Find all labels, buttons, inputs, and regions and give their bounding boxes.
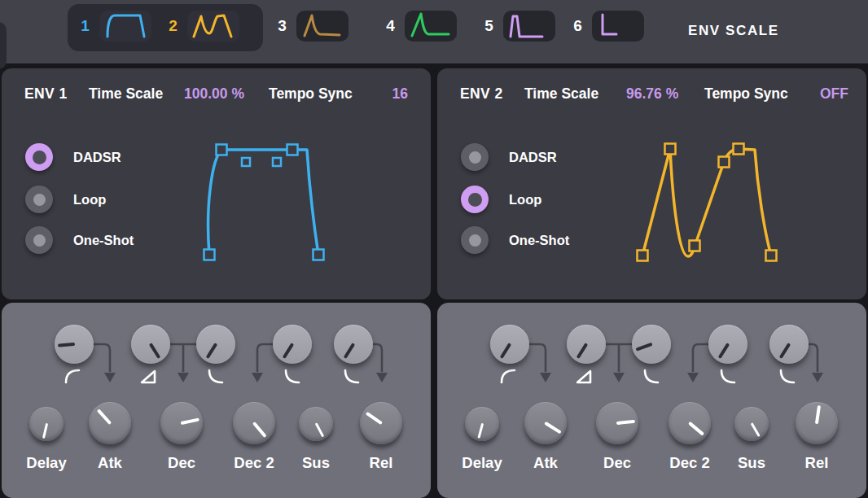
release-knob[interactable] bbox=[796, 402, 838, 444]
decay2-knob[interactable] bbox=[233, 402, 275, 444]
knob-indicator bbox=[252, 422, 267, 438]
down-arrow-icon bbox=[376, 373, 388, 382]
decay-curve-knob[interactable] bbox=[196, 325, 235, 364]
envelope-shape-6-icon bbox=[594, 10, 642, 42]
envelope-handle[interactable] bbox=[734, 144, 744, 155]
envelope-handle[interactable] bbox=[217, 145, 227, 155]
attack-knob-label: Atk bbox=[533, 454, 558, 472]
tab-number: 1 bbox=[79, 17, 91, 35]
envelope-shape-5-icon bbox=[505, 10, 554, 42]
decay2-knob[interactable] bbox=[669, 402, 711, 444]
down-arrow-icon bbox=[613, 373, 625, 382]
knob-indicator bbox=[779, 343, 791, 359]
sustain-knob-label: Sus bbox=[302, 454, 330, 472]
attack-curve-knob[interactable] bbox=[567, 325, 606, 364]
env2-knob-panel: Delay Atk Dec Dec 2 Sus Rel bbox=[437, 303, 866, 498]
knob-indicator bbox=[42, 423, 49, 439]
envelope-shape-1-icon bbox=[101, 10, 150, 42]
knob-indicator bbox=[616, 420, 635, 425]
tab-number: 2 bbox=[167, 17, 179, 35]
tab-env-4[interactable]: 4 bbox=[384, 11, 457, 42]
attack-knob[interactable] bbox=[89, 402, 131, 444]
triangle-curve-icon bbox=[142, 371, 155, 382]
decay2-curve-knob[interactable] bbox=[273, 325, 312, 364]
knob-indicator bbox=[477, 423, 484, 439]
tab-number: 6 bbox=[572, 17, 584, 35]
tab-env-2[interactable]: 2 bbox=[167, 11, 239, 42]
tab-env-5[interactable]: 5 bbox=[483, 11, 555, 42]
delay-knob-label: Delay bbox=[26, 454, 66, 472]
env2-panel: ENV 2 Time Scale 96.76 % Tempo Sync OFF … bbox=[437, 68, 866, 299]
envelope-handle[interactable] bbox=[204, 250, 215, 260]
tab-icon-box bbox=[187, 11, 239, 42]
tab-env-6[interactable]: 6 bbox=[572, 11, 644, 42]
delay-knob[interactable] bbox=[29, 407, 64, 441]
sustain-knob-label: Sus bbox=[738, 454, 765, 472]
attack-curve-knob[interactable] bbox=[131, 325, 170, 364]
knob-indicator bbox=[576, 343, 589, 359]
rise-curve-icon bbox=[66, 370, 79, 382]
decay2-knob-label: Dec 2 bbox=[234, 454, 274, 472]
envelope-curve bbox=[642, 149, 771, 256]
tab-env-3[interactable]: 3 bbox=[276, 11, 349, 42]
decay2-curve-knob[interactable] bbox=[708, 325, 747, 364]
envelope-handle[interactable] bbox=[766, 251, 777, 261]
sustain-knob[interactable] bbox=[734, 407, 769, 441]
down-arrow-icon bbox=[252, 373, 263, 382]
envelope-handle[interactable] bbox=[242, 158, 250, 166]
envelope-handle[interactable] bbox=[719, 157, 730, 168]
tab-icon-box bbox=[592, 11, 644, 42]
knob-indicator bbox=[344, 343, 356, 359]
fall-curve-icon bbox=[209, 370, 222, 382]
env2-curve-editor[interactable] bbox=[437, 68, 866, 299]
envelope-handle[interactable] bbox=[287, 145, 298, 155]
knob-indicator bbox=[366, 412, 383, 425]
attack-knob[interactable] bbox=[524, 402, 567, 444]
knob-indicator bbox=[58, 343, 75, 347]
envelope-handle[interactable] bbox=[690, 241, 700, 251]
fall-curve-icon bbox=[721, 370, 734, 382]
fall-curve-icon bbox=[645, 370, 658, 382]
envelope-handle[interactable] bbox=[273, 158, 281, 166]
knob-indicator bbox=[206, 343, 218, 359]
knob-indicator bbox=[688, 422, 704, 436]
knob-indicator bbox=[544, 422, 561, 434]
down-arrow-icon bbox=[540, 373, 551, 382]
env1-curve-editor[interactable] bbox=[2, 68, 431, 299]
release-knob[interactable] bbox=[360, 402, 402, 444]
sustain-knob[interactable] bbox=[299, 407, 333, 441]
tab-number: 3 bbox=[276, 17, 288, 35]
envelope-handle[interactable] bbox=[638, 251, 648, 261]
envelope-curve bbox=[208, 150, 318, 255]
tab-icon-box bbox=[405, 11, 457, 42]
envelope-handle[interactable] bbox=[313, 250, 324, 260]
delay-curve-knob[interactable] bbox=[55, 325, 94, 364]
env1-knob-panel: Delay Atk Dec Dec 2 Sus Rel bbox=[2, 303, 431, 498]
flow-connector bbox=[93, 344, 110, 372]
tab-env-1[interactable]: 1 bbox=[79, 11, 151, 42]
delay-knob[interactable] bbox=[465, 407, 499, 441]
release-knob-label: Rel bbox=[805, 454, 829, 472]
knob-indicator bbox=[718, 343, 730, 359]
knob-indicator bbox=[500, 343, 512, 359]
knob-indicator bbox=[750, 422, 760, 437]
tab-number: 5 bbox=[483, 17, 495, 35]
knob-indicator bbox=[181, 417, 199, 424]
down-arrow-icon bbox=[687, 373, 699, 382]
decay-knob-label: Dec bbox=[603, 454, 631, 472]
knob-indicator bbox=[97, 409, 112, 425]
decay-knob[interactable] bbox=[596, 402, 638, 444]
delay-curve-knob[interactable] bbox=[490, 325, 529, 364]
release-curve-knob[interactable] bbox=[334, 325, 373, 364]
adjacent-tab-group-edge bbox=[0, 22, 7, 69]
flow-connector bbox=[528, 344, 546, 372]
decay-curve-knob[interactable] bbox=[632, 325, 671, 364]
envelope-handle[interactable] bbox=[665, 144, 676, 155]
envelope-shape-2-icon bbox=[189, 10, 238, 42]
release-curve-knob[interactable] bbox=[769, 325, 809, 364]
delay-knob-label: Delay bbox=[462, 454, 502, 472]
knob-indicator bbox=[149, 343, 161, 359]
env1-panel: ENV 1 Time Scale 100.00 % Tempo Sync 16 … bbox=[2, 68, 431, 299]
decay-knob[interactable] bbox=[160, 402, 203, 444]
decay-knob-label: Dec bbox=[168, 454, 195, 472]
